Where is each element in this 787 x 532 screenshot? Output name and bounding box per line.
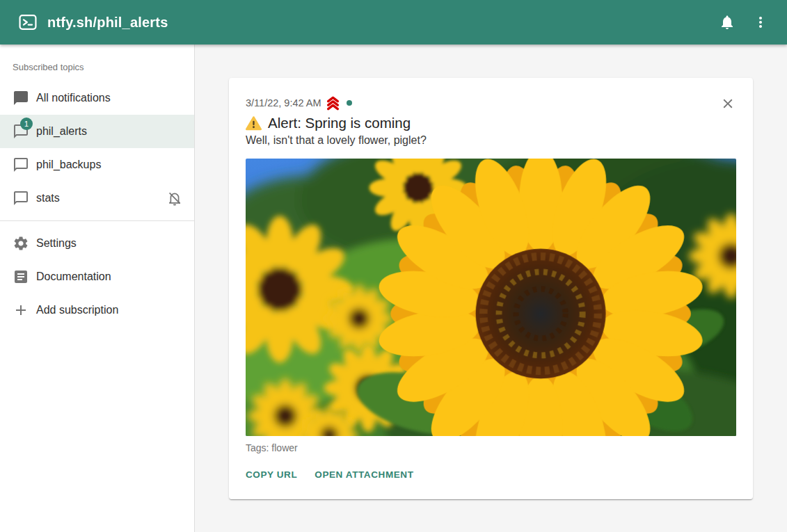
ntfy-terminal-logo-icon (18, 13, 38, 32)
close-icon (720, 96, 736, 111)
sidebar-item-label: All notifications (36, 92, 183, 104)
sidebar-divider (0, 220, 194, 221)
notification-title: Alert: Spring is coming (268, 115, 411, 131)
sidebar-item-phil-backups[interactable]: phil_backups (0, 148, 194, 182)
notification-actions: COPY URL OPEN ATTACHMENT (240, 462, 736, 492)
sidebar: Subscribed topics All notifications 1 ph… (0, 45, 195, 532)
notification-card: 3/11/22, 9:42 AM Alert: Spring is coming (229, 78, 753, 499)
notification-meta-row: 3/11/22, 9:42 AM (246, 96, 736, 110)
app-bar: ntfy.sh/phil_alerts (0, 0, 787, 45)
priority-high-icon (325, 95, 341, 111)
unread-count-badge: 1 (20, 118, 33, 130)
notification-title-row: Alert: Spring is coming (246, 115, 736, 131)
page-title: ntfy.sh/phil_alerts (47, 15, 168, 31)
sidebar-item-add-subscription[interactable]: Add subscription (0, 293, 194, 327)
chat-bubble-outline-icon (13, 190, 29, 207)
warning-emoji-icon (246, 116, 262, 131)
sidebar-item-label: phil_alerts (36, 125, 183, 138)
overflow-menu-button[interactable] (744, 6, 777, 39)
attachment-image[interactable] (246, 159, 736, 436)
sidebar-item-settings[interactable]: Settings (0, 227, 194, 260)
notification-body: Well, isn't that a lovely flower, piglet… (246, 134, 736, 147)
sidebar-item-label: Documentation (36, 271, 183, 283)
unread-dot (347, 100, 352, 106)
chat-bubble-outline-icon (13, 156, 29, 173)
gear-icon (13, 235, 29, 252)
notification-tags: Tags: flower (246, 442, 736, 453)
sidebar-item-label: Add subscription (36, 304, 183, 316)
sidebar-item-phil-alerts[interactable]: 1 phil_alerts (0, 115, 194, 148)
chat-bubble-filled-icon (13, 90, 29, 106)
notifications-muted-icon (166, 190, 183, 207)
sidebar-item-documentation[interactable]: Documentation (0, 260, 194, 293)
chat-bubble-outline-icon: 1 (13, 123, 29, 140)
open-attachment-button[interactable]: OPEN ATTACHMENT (309, 462, 419, 487)
sidebar-item-all-notifications[interactable]: All notifications (0, 81, 194, 115)
sidebar-item-stats[interactable]: stats (0, 182, 194, 215)
plus-icon (13, 302, 29, 319)
subscribed-topics-label: Subscribed topics (0, 45, 194, 81)
main-content: 3/11/22, 9:42 AM Alert: Spring is coming (195, 45, 787, 532)
notification-timestamp: 3/11/22, 9:42 AM (246, 97, 321, 108)
sidebar-item-label: stats (36, 192, 159, 204)
notifications-bell-button[interactable] (710, 6, 744, 39)
sidebar-item-label: phil_backups (36, 159, 183, 171)
bell-icon (719, 14, 736, 31)
copy-url-button[interactable]: COPY URL (240, 462, 303, 487)
kebab-menu-icon (752, 14, 769, 31)
sidebar-item-label: Settings (36, 237, 183, 250)
delete-notification-button[interactable] (718, 95, 738, 114)
article-icon (13, 268, 29, 285)
